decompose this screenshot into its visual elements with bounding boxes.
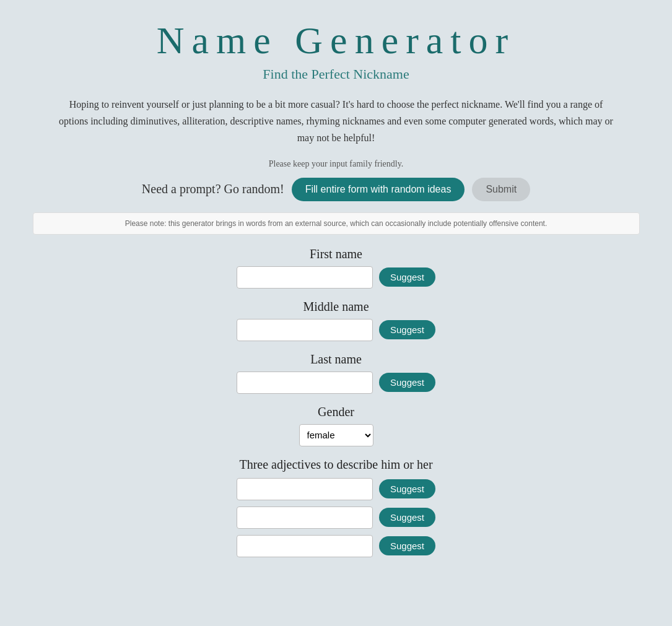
middle-name-label: Middle name bbox=[303, 300, 369, 314]
adjective3-suggest-button[interactable]: Suggest bbox=[379, 536, 435, 555]
submit-button[interactable]: Submit bbox=[472, 178, 530, 201]
adjective3-row: Suggest bbox=[237, 535, 435, 557]
disclaimer-text: Please note: this generator brings in wo… bbox=[46, 219, 627, 228]
gender-row: female male neutral bbox=[299, 424, 373, 446]
last-name-row: Suggest bbox=[237, 372, 435, 394]
first-name-suggest-button[interactable]: Suggest bbox=[379, 267, 435, 287]
random-prompt-text: Need a prompt? Go random! bbox=[142, 182, 284, 196]
last-name-group: Last name Suggest bbox=[33, 352, 640, 394]
first-name-input[interactable] bbox=[237, 266, 373, 289]
middle-name-group: Middle name Suggest bbox=[33, 300, 640, 341]
last-name-label: Last name bbox=[310, 352, 362, 367]
adjective3-input[interactable] bbox=[237, 535, 373, 557]
first-name-label: First name bbox=[310, 247, 362, 261]
last-name-suggest-button[interactable]: Suggest bbox=[379, 373, 435, 392]
adjective1-row: Suggest bbox=[237, 478, 435, 500]
adjective1-input[interactable] bbox=[237, 478, 373, 500]
page-description: Hoping to reinvent yourself or just plan… bbox=[58, 96, 615, 147]
disclaimer-bar: Please note: this generator brings in wo… bbox=[33, 212, 640, 235]
middle-name-input[interactable] bbox=[237, 319, 373, 341]
adjective2-input[interactable] bbox=[237, 506, 373, 529]
adjectives-inputs: Suggest Suggest Suggest bbox=[237, 478, 435, 557]
adjective1-suggest-button[interactable]: Suggest bbox=[379, 479, 435, 498]
family-friendly-note: Please keep your input family friendly. bbox=[269, 159, 404, 169]
adjectives-group: Three adjectives to describe him or her … bbox=[33, 458, 640, 557]
middle-name-row: Suggest bbox=[237, 319, 435, 341]
middle-name-suggest-button[interactable]: Suggest bbox=[379, 320, 435, 339]
random-row: Need a prompt? Go random! Fill entire fo… bbox=[142, 178, 530, 201]
adjective2-row: Suggest bbox=[237, 506, 435, 529]
adjectives-label: Three adjectives to describe him or her bbox=[239, 458, 432, 472]
gender-group: Gender female male neutral bbox=[33, 405, 640, 446]
form-section: First name Suggest Middle name Suggest L… bbox=[33, 247, 640, 563]
first-name-row: Suggest bbox=[237, 266, 435, 289]
gender-select[interactable]: female male neutral bbox=[299, 424, 373, 446]
first-name-group: First name Suggest bbox=[33, 247, 640, 289]
page-title: Name Generator bbox=[157, 19, 515, 63]
adjective2-suggest-button[interactable]: Suggest bbox=[379, 508, 435, 527]
page-subtitle: Find the Perfect Nickname bbox=[263, 66, 409, 82]
gender-label: Gender bbox=[318, 405, 354, 419]
last-name-input[interactable] bbox=[237, 372, 373, 394]
fill-random-button[interactable]: Fill entire form with random ideas bbox=[292, 178, 465, 201]
